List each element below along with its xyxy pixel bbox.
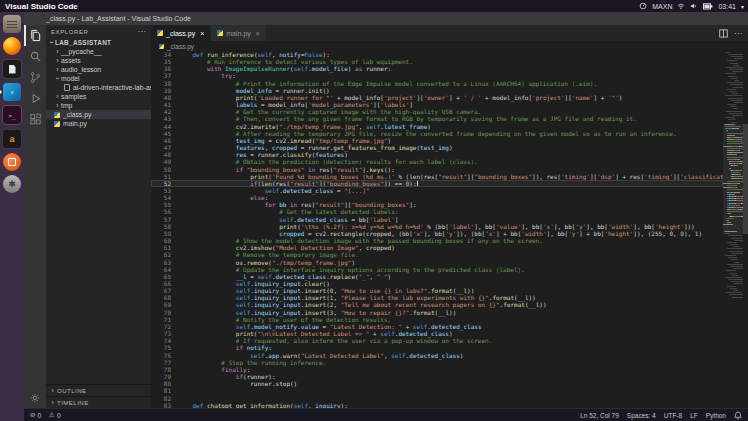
notifications-bell-icon[interactable] [734,411,742,420]
settings-gear-icon[interactable] [24,387,46,408]
tree-item-class-py[interactable]: _class.py [46,110,151,119]
minimap-slider[interactable] [723,124,743,234]
code-line[interactable]: 66 self.inquiry_input.clear() [151,280,723,287]
minimap[interactable] [723,51,743,408]
tree-item-assets[interactable]: › assets [46,56,151,65]
code-line[interactable]: 75 if notify: [151,344,723,351]
code-line[interactable]: 49 # Obtain the prediction (detection) r… [151,158,723,165]
code-line[interactable]: 47 features, cropped = runner.get_featur… [151,144,723,151]
scrollbar-thumb[interactable] [743,124,748,234]
code-line[interactable]: 83 def chatgpt_get_information(self, inq… [151,402,723,408]
close-icon[interactable]: × [256,30,260,37]
dock-vscode-icon[interactable]: ‹ [3,83,21,101]
code-line[interactable]: 69 self.inquiry_input.insert(2, "Tell me… [151,301,723,308]
dock-ubuntu-software-icon[interactable] [3,153,21,171]
code-line[interactable]: 57 self.detected_class = bb['label'] [151,216,723,223]
code-line[interactable]: 53 self.detected_class = "[...]" [151,187,723,194]
search-icon[interactable] [24,46,46,67]
clock[interactable]: 03:41 [718,3,736,10]
errors-indicator[interactable]: ⊘ 0 [30,411,41,419]
code-line[interactable]: 79 if(runner): [151,373,723,380]
code-line[interactable]: 64 # Update the interface inquiry option… [151,266,723,273]
code-line[interactable]: 68 self.inquiry_input.insert(1, "Please … [151,294,723,301]
code-line[interactable]: 60 # Show the model detection image with… [151,237,723,244]
tree-root-lab-assistant[interactable]: › LAB_ASSISTANT [46,38,151,47]
code-line[interactable]: 67 self.inquiry_input.insert(0, "How to … [151,287,723,294]
dock-libreoffice-icon[interactable] [2,59,22,79]
code-line[interactable]: 46 test_img = cv2.imread("tmp/temp_frame… [151,137,723,144]
explorer-icon[interactable] [24,25,46,46]
battery-icon[interactable] [703,3,713,10]
tree-item-eim-model-file[interactable]: ai-driven-interactive-lab-assistant-... [46,83,151,92]
dock-files-icon[interactable] [3,15,21,33]
tab-main-py[interactable]: main.py × [211,25,267,41]
warnings-indicator[interactable]: ⚠ 0 [49,411,60,419]
dock-amazon-icon[interactable]: a [2,129,22,149]
code-line[interactable]: 38 # Print the information of the Edge I… [151,80,723,87]
code-line[interactable]: 74 # If requested, also inform the user … [151,337,723,344]
code-line[interactable]: 39 model_info = runner.init() [151,87,723,94]
tree-item-model[interactable]: › model [46,74,151,83]
dock-terminal-icon[interactable]: >_ [2,105,22,125]
breadcrumb[interactable]: _class.py [151,41,748,51]
source-control-icon[interactable] [24,67,46,88]
editor-more-actions-icon[interactable]: ⋯ [734,29,742,38]
code-line[interactable]: 42 # Get the currently captured image wi… [151,108,723,115]
performance-icon[interactable] [639,2,647,10]
code-line[interactable]: 58 print('\t%s (%.2f): x=%d y=%d w=%d h=… [151,223,723,230]
debug-icon[interactable] [24,88,46,109]
cursor-position[interactable]: Ln 52, Col 79 [580,412,619,419]
outline-section[interactable]: › OUTLINE [46,384,151,396]
code-line[interactable]: 41 labels = model_info['model_parameters… [151,101,723,108]
code-line[interactable]: 51 print('Found %d bounding boxes (%d ms… [151,173,723,180]
dock-firefox-icon[interactable] [3,37,21,55]
encoding-setting[interactable]: UTF-8 [664,412,682,419]
code-line[interactable]: 44 cv2.imwrite("./tmp/temp_frame.jpg", s… [151,123,723,130]
code-line[interactable]: 59 cropped = cv2.rectangle(cropped, (bb[… [151,230,723,237]
code-line[interactable]: 37 try: [151,72,723,79]
network-icon[interactable] [677,2,685,10]
code-line[interactable]: 48 res = runner.classify(features) [151,151,723,158]
extensions-icon[interactable] [24,109,46,130]
code-line[interactable]: 80 runner.stop() [151,380,723,387]
code-line[interactable]: 73 print("\n\nLatest Detected Label => "… [151,330,723,337]
tree-item-samples[interactable]: › samples [46,92,151,101]
power-mode-indicator[interactable]: MAXN [652,3,672,10]
code-line[interactable]: 61 cv2.imshow("Model Detection Image", c… [151,244,723,251]
code-line[interactable]: 52 if(len(res["result"]["bounding_boxes"… [151,180,723,187]
code-line[interactable]: 72 self.model_notify.value = "Latest Det… [151,323,723,330]
volume-icon[interactable] [690,2,698,10]
code-line[interactable]: 43 # Then, convert the any given frame f… [151,115,723,122]
editor-scrollbar[interactable] [743,51,748,408]
split-editor-icon[interactable] [719,29,728,38]
code-line[interactable]: 77 # Stop the running inference. [151,359,723,366]
code-editor[interactable]: 34 def run_inference(self, notify=False)… [151,51,723,408]
code-line[interactable]: 82 [151,395,723,402]
dock-system-settings-icon[interactable]: ✱ [3,175,21,193]
eol-setting[interactable]: LF [690,412,698,419]
tab-class-py[interactable]: _class.py × [151,25,211,41]
code-line[interactable]: 55 for bb in res["result"]["bounding_box… [151,201,723,208]
tree-item-pycache[interactable]: › __pycache__ [46,47,151,56]
code-line[interactable]: 78 finally: [151,366,723,373]
code-line[interactable]: 45 # After reading the temporary JPG fil… [151,130,723,137]
tree-item-main-py[interactable]: main.py [46,119,151,128]
code-line[interactable]: 56 # Get the latest detected labels: [151,208,723,215]
code-line[interactable]: 63 os.remove("./tmp/temp_frame.jpg") [151,259,723,266]
code-line[interactable]: 81 [151,387,723,394]
code-line[interactable]: 71 # Notify the user of the detection re… [151,316,723,323]
code-line[interactable]: 70 self.inquiry_input.insert(3, "How to … [151,309,723,316]
code-line[interactable]: 50 if "bounding_boxes" in res["result"].… [151,166,723,173]
window-titlebar[interactable]: _class.py - Lab_Assistant - Visual Studi… [24,12,748,25]
code-line[interactable]: 34 def run_inference(self, notify=False)… [151,51,723,58]
tree-item-audio-lesson[interactable]: › audio_lesson [46,65,151,74]
code-line[interactable]: 76 self.app.warn("Latest Detected Label"… [151,352,723,359]
tree-item-tmp[interactable]: › tmp [46,101,151,110]
indentation-setting[interactable]: Spaces: 4 [627,412,656,419]
code-line[interactable]: 40 print('Loaded runner for "' + model_i… [151,94,723,101]
code-line[interactable]: 35 # Run inference to detect various typ… [151,58,723,65]
code-line[interactable]: 62 # Remove the temporary image file. [151,251,723,258]
language-mode[interactable]: Python [706,412,726,419]
more-actions-icon[interactable]: ⋯ [137,27,146,36]
code-line[interactable]: 65 __l = self.detected_class.replace("_"… [151,273,723,280]
